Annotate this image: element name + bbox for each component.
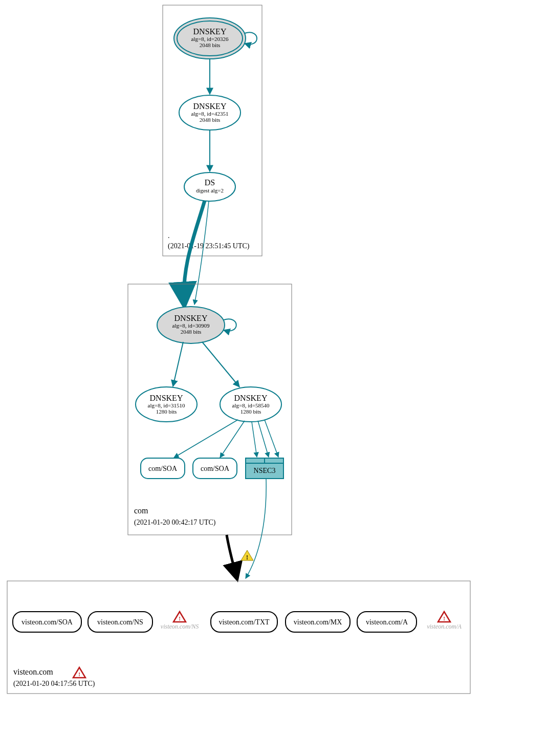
visteon-soa-label: visteon.com/SOA [21, 618, 73, 626]
com-ksk-selfloop [224, 319, 236, 331]
zone-com-timestamp: (2021-01-20 00:42:17 UTC) [134, 519, 216, 527]
com-nsec3[interactable]: NSEC3 [246, 458, 283, 479]
zone-com-name: com [134, 506, 148, 515]
com-ksk-bits: 2048 bits [181, 329, 202, 335]
com-ksk-title: DNSKEY [174, 314, 208, 322]
edge-comksk-zsk2 [202, 342, 239, 387]
root-ds-title: DS [205, 178, 215, 187]
visteon-txt-label: visteon.com/TXT [218, 618, 270, 626]
com-soa-1[interactable]: com/SOA [141, 458, 185, 479]
error-icon: ! [438, 612, 450, 622]
com-zsk1-title: DNSKEY [150, 394, 183, 402]
visteon-ns-error-label: visteon.com/NS [161, 623, 199, 630]
com-nsec3-label: NSEC3 [254, 467, 276, 474]
com-ksk-detail: alg=8, id=30909 [172, 322, 210, 329]
zone-visteon: visteon.com/SOA visteon.com/NS ! visteon… [7, 581, 470, 694]
com-soa1-label: com/SOA [148, 465, 178, 472]
root-ksk[interactable]: DNSKEY alg=8, id=20326 2048 bits [174, 18, 246, 59]
visteon-ns-error[interactable]: ! visteon.com/NS [161, 612, 199, 630]
root-zsk[interactable]: DNSKEY alg=8, id=42351 2048 bits [179, 95, 240, 130]
root-ksk-detail: alg=8, id=20326 [191, 36, 229, 42]
visteon-ns[interactable]: visteon.com/NS [88, 612, 152, 632]
com-soa2-label: com/SOA [201, 465, 230, 472]
edge-comksk-zsk1 [173, 342, 183, 386]
edge-zsk2-nsec3a [252, 422, 257, 457]
com-zsk2[interactable]: DNSKEY alg=8, id=58540 1280 bits [220, 387, 281, 422]
com-zsk2-bits: 1280 bits [240, 408, 261, 415]
com-soa-2[interactable]: com/SOA [193, 458, 237, 479]
visteon-a[interactable]: visteon.com/A [357, 612, 417, 632]
visteon-mx-label: visteon.com/MX [294, 618, 342, 626]
edge-zsk2-soa1 [174, 420, 238, 458]
warning-icon: ! [241, 550, 253, 561]
zone-visteon-timestamp: (2021-01-20 04:17:56 UTC) [13, 680, 95, 688]
svg-text:!: ! [443, 615, 445, 621]
zone-visteon-name: visteon.com [13, 667, 53, 676]
root-ds-detail: digest alg=2 [196, 187, 224, 193]
visteon-a-error[interactable]: ! visteon.com/A [427, 612, 462, 630]
svg-text:!: ! [78, 671, 80, 677]
visteon-soa[interactable]: visteon.com/SOA [13, 612, 81, 632]
zone-visteon-error-icon: ! [73, 667, 85, 678]
dnssec-diagram: DNSKEY alg=8, id=20326 2048 bits DNSKEY … [0, 0, 547, 756]
com-zsk2-detail: alg=8, id=58540 [232, 402, 270, 408]
root-zsk-title: DNSKEY [193, 102, 227, 111]
svg-text:!: ! [246, 554, 248, 561]
com-zsk2-title: DNSKEY [234, 394, 268, 402]
root-ksk-bits: 2048 bits [200, 42, 221, 48]
root-ds[interactable]: DS digest alg=2 [184, 172, 235, 201]
edge-nsec3-visteon [246, 479, 266, 578]
zone-root-name: . [168, 232, 170, 240]
svg-point-4 [184, 172, 235, 201]
visteon-txt[interactable]: visteon.com/TXT [211, 612, 277, 632]
com-zsk1[interactable]: DNSKEY alg=8, id=31510 1280 bits [136, 387, 197, 422]
visteon-ns-label: visteon.com/NS [97, 618, 143, 626]
edge-com-visteon-warn [227, 535, 237, 578]
com-zsk1-detail: alg=8, id=31510 [148, 402, 185, 408]
edge-zsk2-soa2 [220, 421, 245, 458]
zone-root-timestamp: (2021-01-19 23:51:45 UTC) [168, 242, 250, 250]
visteon-a-error-label: visteon.com/A [427, 623, 462, 630]
root-ksk-selfloop [245, 32, 257, 44]
visteon-mx[interactable]: visteon.com/MX [286, 612, 350, 632]
edge-root-com-thick [184, 201, 205, 305]
root-zsk-detail: alg=8, id=42351 [191, 111, 229, 117]
visteon-a-label: visteon.com/A [366, 618, 408, 626]
com-ksk[interactable]: DNSKEY alg=8, id=30909 2048 bits [157, 307, 225, 343]
zone-com: DNSKEY alg=8, id=30909 2048 bits DNSKEY … [128, 284, 292, 535]
svg-text:!: ! [179, 615, 181, 621]
zone-root: DNSKEY alg=8, id=20326 2048 bits DNSKEY … [163, 5, 262, 256]
root-zsk-bits: 2048 bits [200, 117, 221, 123]
com-zsk1-bits: 1280 bits [156, 408, 177, 415]
root-ksk-title: DNSKEY [193, 27, 227, 36]
error-icon: ! [173, 612, 186, 622]
